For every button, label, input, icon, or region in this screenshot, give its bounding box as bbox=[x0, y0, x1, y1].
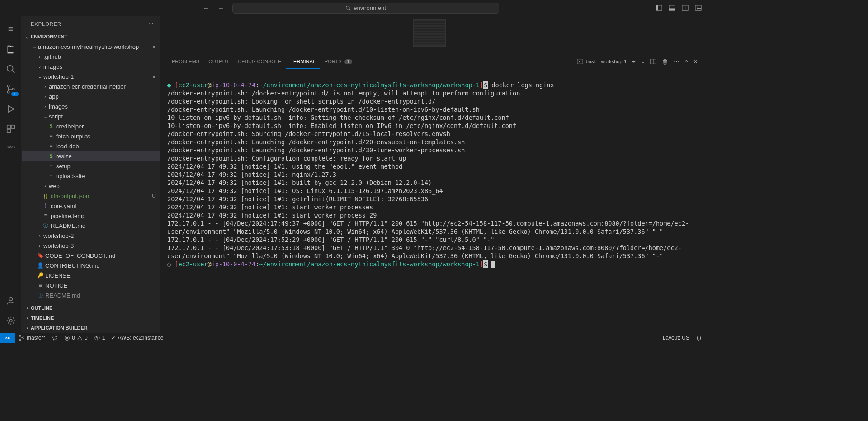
term-line: /docker-entrypoint.sh: /docker-entrypoin… bbox=[167, 90, 520, 97]
svg-line-1 bbox=[349, 9, 350, 10]
folder-images[interactable]: ›images bbox=[22, 61, 160, 71]
folder-workshop-1[interactable]: ⌄workshop-1● bbox=[22, 71, 160, 81]
term-line: 172.17.0.1 - - [04/Dec/2024:17:49:37 +00… bbox=[167, 220, 689, 235]
maximize-panel-icon[interactable]: ^ bbox=[685, 58, 688, 65]
titlebar-layout-controls bbox=[656, 5, 702, 11]
folder-github[interactable]: ›.github bbox=[22, 52, 160, 61]
tab-terminal[interactable]: TERMINAL bbox=[286, 54, 320, 69]
file-fetch-outputs[interactable]: ≡fetch-outputs bbox=[22, 131, 160, 141]
file-license[interactable]: 🔑LICENSE bbox=[22, 270, 160, 280]
file-tree: ⌄amazon-ecs-mythicalmysfits-workshop● ›.… bbox=[22, 42, 160, 303]
cursor bbox=[491, 261, 495, 268]
term-line: 2024/12/04 17:49:32 [notice] 1#1: OS: Li… bbox=[167, 187, 443, 194]
nav-forward-icon[interactable]: → bbox=[217, 4, 224, 12]
layout-customize-icon[interactable] bbox=[695, 5, 702, 11]
status-sync[interactable] bbox=[48, 335, 61, 341]
menu-icon[interactable]: ≡ bbox=[8, 24, 14, 34]
folder-ecr-helper[interactable]: ›amazon-ecr-credential-helper bbox=[22, 81, 160, 91]
svg-point-24 bbox=[19, 335, 21, 337]
file-readme1[interactable]: ⓘREADME.md bbox=[22, 221, 160, 231]
explorer-icon[interactable] bbox=[6, 44, 16, 54]
terminal-body[interactable]: ● [ec2-user@ip-10-0-4-74:~/environment/a… bbox=[160, 69, 705, 333]
tab-ports[interactable]: PORTS1 bbox=[320, 54, 357, 69]
tab-output[interactable]: OUTPUT bbox=[204, 54, 233, 69]
close-panel-icon[interactable]: ✕ bbox=[693, 58, 698, 65]
remote-indicator[interactable] bbox=[0, 333, 15, 343]
terminal-dropdown-icon[interactable]: ⌄ bbox=[641, 59, 645, 64]
svg-point-19 bbox=[9, 298, 12, 301]
layout-left-icon[interactable] bbox=[656, 5, 662, 11]
folder-app[interactable]: ›app bbox=[22, 91, 160, 101]
folder-script[interactable]: ⌄script bbox=[22, 111, 160, 121]
source-control-icon[interactable]: 1 bbox=[6, 84, 16, 94]
layout-right-icon[interactable] bbox=[682, 5, 689, 11]
svg-point-20 bbox=[9, 319, 12, 322]
kill-terminal-icon[interactable] bbox=[662, 58, 668, 65]
command-center[interactable]: environment bbox=[232, 3, 499, 14]
folder-workshop-2[interactable]: ›workshop-2 bbox=[22, 231, 160, 241]
search-text: environment bbox=[354, 5, 386, 11]
file-resize[interactable]: $resize bbox=[22, 151, 160, 161]
titlebar: ← → environment bbox=[0, 0, 705, 16]
file-load-ddb[interactable]: ≡load-ddb bbox=[22, 141, 160, 151]
term-line: 2024/12/04 17:49:32 [notice] 1#1: start … bbox=[167, 203, 373, 211]
status-branch[interactable]: master* bbox=[15, 335, 48, 341]
nav-back-icon[interactable]: ← bbox=[203, 4, 209, 12]
status-ports[interactable]: 1 bbox=[91, 335, 108, 341]
status-problems[interactable]: 0 0 bbox=[61, 335, 90, 341]
extensions-icon[interactable] bbox=[6, 124, 16, 134]
term-line: 172.17.0.1 - - [04/Dec/2024:17:53:18 +00… bbox=[167, 244, 682, 260]
aws-icon[interactable]: aws bbox=[6, 144, 14, 149]
run-debug-icon[interactable] bbox=[6, 104, 16, 114]
term-line: 10-listen-on-ipv6-by-default.sh: info: E… bbox=[167, 122, 516, 129]
folder-images2[interactable]: ›images bbox=[22, 101, 160, 111]
tab-problems[interactable]: PROBLEMS bbox=[167, 54, 204, 69]
status-bell-icon[interactable] bbox=[693, 335, 705, 341]
file-cfn-output[interactable]: {}cfn-output.jsonU bbox=[22, 191, 160, 201]
section-timeline[interactable]: ›TIMELINE bbox=[22, 313, 160, 323]
section-appbuilder[interactable]: ›APPLICATION BUILDER bbox=[22, 323, 160, 333]
warning-icon bbox=[77, 335, 83, 341]
activity-bar: ≡ 1 aws bbox=[0, 16, 22, 333]
file-setup[interactable]: ≡setup bbox=[22, 161, 160, 171]
error-icon bbox=[64, 335, 70, 341]
file-readme2[interactable]: ⓘREADME.md bbox=[22, 290, 160, 300]
term-line: /docker-entrypoint.sh: Launching /docker… bbox=[167, 147, 465, 154]
svg-rect-3 bbox=[656, 5, 658, 10]
section-environment[interactable]: ⌄ENVIRONMENT bbox=[22, 32, 160, 42]
file-credhelper[interactable]: $credhelper bbox=[22, 121, 160, 131]
file-contributing[interactable]: 👤CONTRIBUTING.md bbox=[22, 260, 160, 270]
file-pipeline[interactable]: ≡pipeline.temp bbox=[22, 211, 160, 221]
terminal-label[interactable]: bash - workshop-1 bbox=[577, 58, 627, 65]
file-core-yaml[interactable]: !core.yaml bbox=[22, 201, 160, 211]
folder-workshop-3[interactable]: ›workshop-3 bbox=[22, 241, 160, 251]
status-aws[interactable]: ✓ AWS: ec2:instance bbox=[108, 335, 166, 341]
layout-bottom-icon[interactable] bbox=[669, 5, 675, 11]
accounts-icon[interactable] bbox=[6, 296, 16, 306]
new-terminal-icon[interactable]: + bbox=[632, 58, 636, 65]
settings-gear-icon[interactable] bbox=[6, 316, 16, 326]
file-notice[interactable]: ≡NOTICE bbox=[22, 280, 160, 290]
sync-icon bbox=[52, 335, 58, 341]
folder-web[interactable]: ›web bbox=[22, 181, 160, 191]
svg-point-14 bbox=[7, 91, 9, 93]
status-layout[interactable]: Layout: US bbox=[660, 335, 693, 341]
panel-more-icon[interactable]: ⋯ bbox=[674, 58, 679, 65]
svg-point-26 bbox=[23, 337, 24, 339]
explorer-sidebar: EXPLORER ⋯ ⌄ENVIRONMENT ⌄amazon-ecs-myth… bbox=[22, 16, 160, 333]
svg-point-25 bbox=[19, 339, 21, 341]
search-activity-icon[interactable] bbox=[6, 64, 16, 74]
svg-point-11 bbox=[7, 66, 13, 71]
folder-root[interactable]: ⌄amazon-ecs-mythicalmysfits-workshop● bbox=[22, 42, 160, 52]
file-coc[interactable]: 🔖CODE_OF_CONDUCT.md bbox=[22, 251, 160, 260]
file-upload-site[interactable]: ≡upload-site bbox=[22, 171, 160, 181]
svg-point-13 bbox=[7, 85, 9, 87]
term-line: 2024/12/04 17:49:32 [notice] 1#1: built … bbox=[167, 179, 432, 186]
split-terminal-icon[interactable] bbox=[650, 58, 656, 65]
more-actions-icon[interactable]: ⋯ bbox=[148, 21, 154, 27]
term-line: /docker-entrypoint.sh: Configuration com… bbox=[167, 155, 406, 162]
tab-debug-console[interactable]: DEBUG CONSOLE bbox=[233, 54, 286, 69]
section-outline[interactable]: ›OUTLINE bbox=[22, 303, 160, 313]
svg-rect-8 bbox=[695, 5, 701, 10]
term-line: 10-listen-on-ipv6-by-default.sh: info: G… bbox=[167, 114, 509, 121]
